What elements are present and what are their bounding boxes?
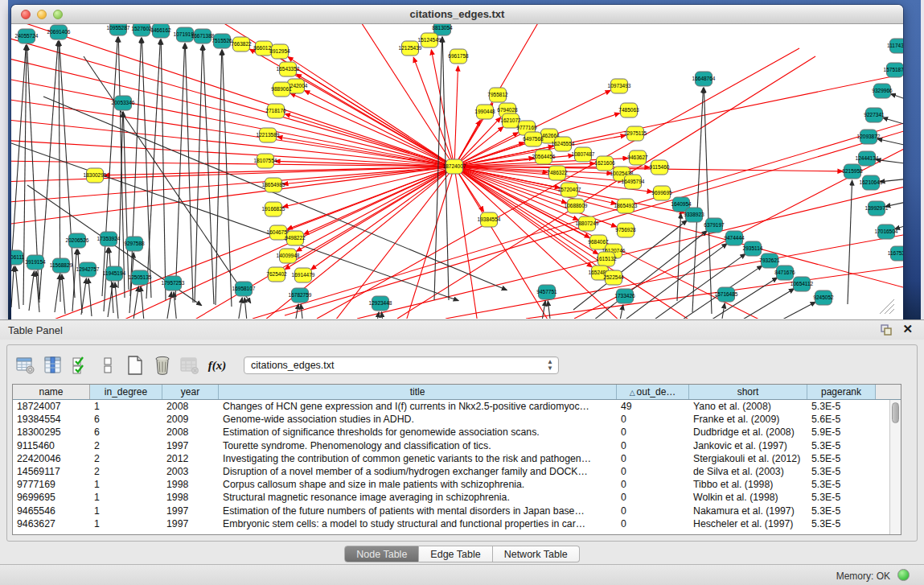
- graph-node-label: 7515526: [211, 38, 232, 43]
- graph-edge: [689, 289, 795, 319]
- cell-pagerank: 5.6E-5: [807, 413, 876, 426]
- graph-node-label: 9338923: [684, 212, 704, 217]
- graph-node-label: 8506111: [11, 254, 25, 260]
- column-header-title[interactable]: title: [219, 385, 617, 399]
- table-row[interactable]: 977716911998Corpus callosum shape and si…: [13, 478, 901, 491]
- cell-pagerank: 5.3E-5: [807, 491, 876, 504]
- memory-status-indicator: [897, 569, 910, 581]
- network-canvas[interactable]: 2405572420691406109552871527602846616210…: [11, 24, 903, 319]
- graph-node-label: 19384554: [478, 216, 501, 222]
- graph-node-label: 1990448: [474, 109, 495, 114]
- status-bar: Memory: OK: [0, 564, 924, 585]
- table-row[interactable]: 946362711997Embryonic stem cells: a mode…: [13, 517, 901, 530]
- select-all-icon[interactable]: [68, 354, 92, 377]
- graph-node-label: 17957253: [162, 280, 185, 286]
- table-row[interactable]: 1872400712008Changes of HCN gene express…: [13, 400, 901, 413]
- cell-out_de: 0: [617, 426, 689, 439]
- graph-node-label: 20564456: [532, 154, 556, 159]
- graph-edge: [11, 35, 454, 167]
- graph-node-label: 16782759: [289, 292, 312, 298]
- cell-name: 9115460: [13, 439, 90, 452]
- resize-grip-icon[interactable]: [885, 304, 894, 314]
- cell-in_degree: 2: [90, 452, 162, 465]
- graph-node-label: 12923448: [369, 300, 392, 306]
- column-header-name[interactable]: name: [13, 385, 90, 399]
- vertical-scrollbar[interactable]: [889, 400, 901, 534]
- column-header-year[interactable]: year: [162, 385, 219, 399]
- graph-node-label: 9457751: [536, 289, 557, 295]
- column-header-out_de[interactable]: △out_de…: [617, 385, 689, 399]
- citation-network-graph[interactable]: 2405572420691406109552871527602846616210…: [11, 24, 903, 319]
- graph-edge: [141, 286, 144, 319]
- cell-title: Changes of HCN gene expression and I(f) …: [219, 400, 617, 413]
- graph-node-label: 16648764: [692, 76, 716, 81]
- table-row[interactable]: 946554611997Estimation of the future num…: [13, 505, 901, 517]
- column-header-in_degree[interactable]: in_degree: [90, 385, 162, 399]
- cell-in_degree: 1: [90, 517, 162, 530]
- function-builder-icon[interactable]: f(x): [205, 354, 229, 377]
- graph-edge: [11, 143, 458, 301]
- cell-out_de: 0: [617, 517, 689, 530]
- column-settings-icon[interactable]: [14, 354, 38, 377]
- trash-icon[interactable]: [150, 354, 175, 377]
- unselect-all-icon[interactable]: [96, 354, 120, 377]
- scrollbar-thumb[interactable]: [892, 402, 899, 423]
- graph-node-label: 20053346: [112, 100, 135, 105]
- table-row[interactable]: 2242004622012Investigating the contribut…: [13, 452, 901, 465]
- tab-network-table[interactable]: Network Table: [493, 546, 580, 562]
- network-window-titlebar[interactable]: citations_edges.txt: [11, 5, 903, 24]
- cell-out_de: 49: [617, 400, 689, 413]
- cell-name: 9777169: [13, 478, 90, 491]
- graph-edge: [285, 167, 454, 270]
- cell-short: Hescheler et al. (1997): [689, 517, 807, 530]
- close-panel-icon[interactable]: ✕: [902, 322, 913, 336]
- cell-pagerank: 5.3E-5: [807, 505, 876, 517]
- cell-name: 22420046: [13, 452, 90, 465]
- cell-name: 9699695: [13, 491, 90, 504]
- graph-edge: [188, 167, 454, 319]
- column-header-short[interactable]: short: [689, 385, 807, 399]
- sort-ascending-icon: △: [630, 389, 635, 397]
- table-row[interactable]: 1830029562008Estimation of significance …: [13, 426, 901, 439]
- graph-edge: [166, 292, 171, 319]
- graph-edge: [301, 304, 304, 319]
- graph-node-label: 9227341: [864, 112, 885, 117]
- network-view-region: citations_edges.txt 24055724206914061095…: [0, 0, 924, 319]
- graph-node-label: 1621072: [500, 117, 521, 123]
- table-row[interactable]: 1938455462009Genome-wide association stu…: [13, 413, 901, 426]
- graph-node-label: 9756928: [615, 227, 636, 233]
- graph-node-label: 7663822: [231, 41, 252, 47]
- network-selector-dropdown[interactable]: citations_edges.txt ▲▼: [244, 356, 559, 374]
- table-body: 1872400712008Changes of HCN gene express…: [13, 400, 901, 530]
- table-row[interactable]: 911546021997Tourette syndrome. Phenomeno…: [13, 439, 901, 452]
- resize-grip-icon[interactable]: [889, 309, 894, 314]
- graph-node-label: 17353924: [97, 236, 121, 241]
- graph-node-label: 2718176: [265, 108, 286, 113]
- cell-in_degree: 1: [90, 505, 162, 517]
- tab-edge-table[interactable]: Edge Table: [419, 546, 492, 562]
- cell-year: 1998: [162, 491, 219, 504]
- graph-node-label: 9684067: [588, 239, 609, 245]
- new-file-icon[interactable]: [123, 354, 147, 377]
- float-panel-icon[interactable]: [881, 324, 892, 336]
- graph-node-label: 1527602: [131, 26, 152, 31]
- graph-node-label: 8215958: [842, 168, 863, 174]
- graph-edge: [161, 39, 166, 300]
- graph-node-label: 1615132: [596, 256, 617, 262]
- table-row[interactable]: 1456911722003Disruption of a novel membe…: [13, 465, 901, 478]
- table-row[interactable]: 969969511998Structural magnetic resonanc…: [13, 491, 901, 504]
- graph-node-label: 15720407: [558, 187, 581, 192]
- graph-edge: [290, 93, 454, 167]
- tab-node-table[interactable]: Node Table: [344, 546, 419, 562]
- combo-stepper-icon: ▲▼: [547, 359, 553, 372]
- graph-node-label: 10807487: [572, 151, 595, 157]
- cell-year: 1997: [162, 439, 219, 452]
- cell-pagerank: 5.5E-5: [807, 452, 876, 465]
- network-window[interactable]: citations_edges.txt 24055724206914061095…: [11, 5, 903, 319]
- graph-node-label: 16495794: [622, 179, 645, 184]
- column-header-pagerank[interactable]: pagerank: [807, 385, 876, 399]
- cell-in_degree: 1: [90, 400, 162, 413]
- graph-node-label: 9463627: [627, 154, 648, 160]
- show-column-icon[interactable]: [41, 354, 65, 377]
- graph-node-label: 1733426: [614, 293, 635, 299]
